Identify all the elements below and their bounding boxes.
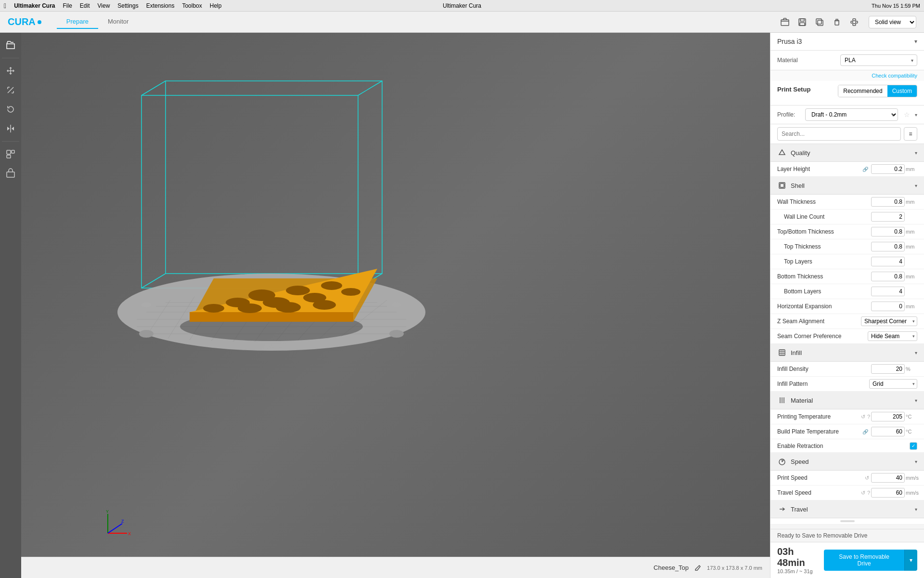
horizontal-expansion-unit: mm <box>906 303 917 309</box>
printer-header[interactable]: Prusa i3 ▾ <box>770 33 924 51</box>
svg-rect-4 <box>818 20 823 26</box>
time-info: 03h 48min 10.35m / ~ 31g <box>777 546 824 574</box>
build-plate-link-icon[interactable]: 🔗 <box>862 429 868 434</box>
bottom-layers-input[interactable] <box>871 287 905 296</box>
toolbar-icon-copy[interactable] <box>813 15 826 29</box>
printing-temperature-reset[interactable]: ↺ <box>861 414 865 420</box>
material-select[interactable]: PLA ABS PETG <box>840 54 917 66</box>
sidebar-btn-scale[interactable] <box>2 81 19 99</box>
profile-star[interactable]: ☆ <box>904 111 910 118</box>
travel-chevron: ▾ <box>915 507 917 512</box>
material-section-header[interactable]: Material ▾ <box>770 392 924 409</box>
app-name[interactable]: Ultimaker Cura <box>14 2 55 9</box>
tab-monitor[interactable]: Monitor <box>98 15 138 29</box>
setting-wall-thickness: Wall Thickness mm <box>770 195 924 210</box>
wall-thickness-label: Wall Thickness <box>777 198 871 205</box>
sidebar-btn-rotate[interactable] <box>2 101 19 118</box>
toolbar-icon-open[interactable] <box>778 15 792 29</box>
edit-icon[interactable] <box>694 565 701 571</box>
seam-corner-preference-select[interactable]: Hide Seam Expose Seam Smart Hiding <box>868 331 917 341</box>
printing-temperature-input[interactable] <box>871 412 905 421</box>
material-section-title: Material <box>791 397 915 404</box>
enable-retraction-checkbox[interactable]: ✓ <box>910 442 917 450</box>
build-plate-temperature-input[interactable] <box>871 427 905 436</box>
layer-height-unit: mm <box>906 166 917 172</box>
top-bottom-thickness-input[interactable] <box>871 227 905 236</box>
shell-chevron: ▾ <box>915 183 917 188</box>
horizontal-expansion-input[interactable] <box>871 302 905 311</box>
svg-text:Y: Y <box>106 509 109 514</box>
menu-extensions[interactable]: Extensions <box>146 2 175 9</box>
toolbar-icon-settings[interactable] <box>847 15 861 29</box>
shell-title: Shell <box>791 182 915 189</box>
apple-menu[interactable]:  <box>4 2 6 10</box>
sidebar-btn-move[interactable] <box>2 62 19 79</box>
toolbar-icon-delete[interactable] <box>830 15 844 29</box>
top-thickness-input[interactable] <box>871 242 905 251</box>
z-seam-alignment-select[interactable]: Sharpest Corner Back Random <box>861 316 917 326</box>
layer-height-link-icon[interactable]: 🔗 <box>862 167 868 172</box>
menubar:  Ultimaker Cura File Edit View Settings… <box>0 0 924 12</box>
wall-thickness-unit: mm <box>906 199 917 205</box>
layer-height-input[interactable] <box>871 164 905 174</box>
quality-section-header[interactable]: Quality ▾ <box>770 144 924 162</box>
menu-file[interactable]: File <box>63 2 72 9</box>
printing-temperature-help[interactable]: ? <box>867 414 870 420</box>
menu-view[interactable]: View <box>98 2 110 9</box>
wall-thickness-input[interactable] <box>871 197 905 207</box>
search-menu-button[interactable]: ≡ <box>904 127 917 141</box>
bottom-thickness-unit: mm <box>906 274 917 279</box>
travel-speed-reset[interactable]: ↺ <box>861 490 865 496</box>
svg-text:Z: Z <box>121 519 124 524</box>
menu-help[interactable]: Help <box>210 2 222 9</box>
svg-rect-16 <box>12 150 14 153</box>
view-mode-select[interactable]: Solid view Layer view X-Ray view <box>869 16 916 28</box>
svg-rect-9 <box>851 21 853 23</box>
sidebar-btn-open[interactable] <box>2 37 19 54</box>
svg-point-57 <box>238 303 262 313</box>
tab-prepare[interactable]: Prepare <box>57 15 98 29</box>
sidebar-btn-permodel[interactable] <box>2 165 19 182</box>
top-layers-input[interactable] <box>871 257 905 266</box>
check-compatibility-link[interactable]: Check compatibility <box>872 73 917 79</box>
menu-edit[interactable]: Edit <box>80 2 90 9</box>
svg-rect-68 <box>779 350 785 355</box>
profile-label: Profile: <box>777 111 801 118</box>
save-caret-button[interactable]: ▾ <box>904 550 917 571</box>
profile-chevron[interactable]: ▾ <box>915 112 917 118</box>
wall-line-count-input[interactable] <box>871 212 905 222</box>
profile-select[interactable]: Draft - 0.2mm Normal - 0.15mm Fine - 0.1… <box>805 108 898 121</box>
top-bottom-thickness-unit: mm <box>906 229 917 235</box>
shell-section-header[interactable]: Shell ▾ <box>770 177 924 195</box>
travel-speed-input[interactable] <box>871 488 905 498</box>
setting-seam-corner-preference: Seam Corner Preference Hide Seam Expose … <box>770 329 924 344</box>
tab-custom[interactable]: Custom <box>887 85 917 97</box>
setting-infill-pattern: Infill Pattern Grid Lines Triangles Hone… <box>770 377 924 392</box>
svg-rect-6 <box>835 21 839 25</box>
horizontal-expansion-label: Horizontal Expansion <box>777 303 871 310</box>
view-mode-select-wrap[interactable]: Solid view Layer view X-Ray view <box>869 16 916 28</box>
svg-point-43 <box>141 302 151 307</box>
print-speed-input[interactable] <box>871 473 905 483</box>
travel-speed-help[interactable]: ? <box>867 490 870 496</box>
infill-section-header[interactable]: Infill ▾ <box>770 344 924 362</box>
infill-density-input[interactable] <box>871 364 905 374</box>
travel-section-header[interactable]: Travel ▾ <box>770 500 924 518</box>
tab-recommended[interactable]: Recommended <box>838 85 887 97</box>
menu-toolbox[interactable]: Toolbox <box>182 2 202 9</box>
infill-pattern-select[interactable]: Grid Lines Triangles Honeycomb <box>869 379 917 389</box>
search-input[interactable] <box>777 127 901 141</box>
sidebar-btn-support[interactable] <box>2 145 19 163</box>
printing-temperature-label: Printing Temperature <box>777 413 861 420</box>
file-name-label: Cheese_Top <box>654 564 689 571</box>
quality-icon <box>777 148 787 158</box>
menu-settings[interactable]: Settings <box>117 2 138 9</box>
toolbar-icon-save[interactable] <box>796 15 809 29</box>
save-to-drive-button[interactable]: Save to Removable Drive <box>824 550 904 571</box>
shell-icon <box>777 181 787 190</box>
bottom-thickness-input[interactable] <box>871 272 905 281</box>
sidebar-btn-mirror[interactable] <box>2 120 19 137</box>
speed-section-header[interactable]: Speed ▾ <box>770 453 924 471</box>
print-speed-reset[interactable]: ↺ <box>865 475 869 481</box>
top-thickness-unit: mm <box>906 244 917 250</box>
